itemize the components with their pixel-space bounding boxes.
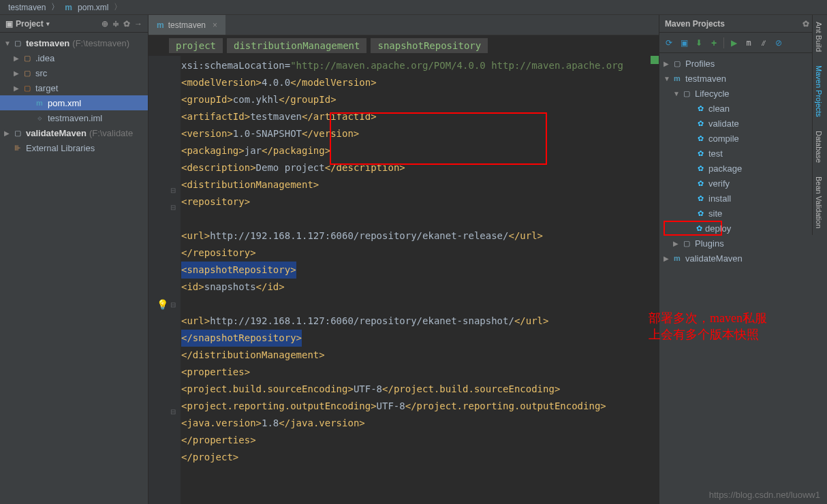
scope-project[interactable]: project [169,38,223,53]
maven-goal-package[interactable]: ✿package [659,161,827,176]
exec-icon[interactable]: m [743,37,754,48]
project-panel-title[interactable]: Project [16,19,44,29]
fold-icon[interactable]: ⊟ [170,408,176,415]
breadcrumb-chevron: 〉 [111,1,125,13]
run-icon[interactable]: ▶ [728,37,739,48]
maven-root[interactable]: ▼ m testmaven [659,71,827,86]
tree-ext-lib[interactable]: ⊪ External Libraries [0,140,148,155]
watermark: https://blog.csdn.net/luoww1 [709,490,820,500]
gear-icon[interactable]: ✿ [802,19,809,29]
maven-goal-test[interactable]: ✿test [659,146,827,161]
download-icon[interactable]: ⬇ [693,37,704,48]
tab-label: testmaven [168,20,206,30]
breadcrumb: testmaven 〉 m pom.xml 〉 [0,0,827,15]
maven-m-icon: m [157,20,164,30]
editor-area: m testmaven × project distributionManage… [149,15,659,504]
target-icon[interactable]: ⊕ [102,19,108,29]
maven-toolbar: ⟳ ▣ ⬇ + ▶ m ⫽ ⊘ [659,33,827,53]
breadcrumb-chevron: 〉 [48,1,62,13]
add-icon[interactable]: + [708,37,719,48]
offline-icon[interactable]: ⊘ [773,37,784,48]
hide-icon[interactable]: → [134,19,142,29]
inspection-icon[interactable] [651,56,659,64]
maven-plugins[interactable]: ▶ ▢ Plugins [659,236,827,251]
maven-goal-verify[interactable]: ✿verify [659,176,827,191]
side-tab-db[interactable]: Database [813,124,825,170]
project-panel-header: ▣ Project ▾ ⊕ ≑ ✿ → [0,15,148,33]
editor-tabs: m testmaven × [149,15,659,35]
breadcrumb-file[interactable]: pom.xml [75,3,111,12]
scope-dist[interactable]: distributionManagement [227,38,366,53]
tree-target[interactable]: ▶ ▢ target [0,80,148,95]
tree-validate[interactable]: ▶ ▢ validateMaven (F:\validate [0,125,148,140]
reimport-icon[interactable]: ⟳ [664,37,674,48]
project-panel: ▣ Project ▾ ⊕ ≑ ✿ → ▼ ▢ testmaven (F:\te… [0,15,149,504]
tree-iml[interactable]: ⟐ testmaven.iml [0,110,148,125]
side-tab-ant[interactable]: Ant Build [813,15,825,59]
side-tab-maven[interactable]: Maven Projects [813,59,825,124]
maven-tree: ▶ ▢ Profiles ▼ m testmaven ▼ ▢ Lifecycle… [659,53,827,268]
maven-goal-install[interactable]: ✿install [659,191,827,206]
fold-icon[interactable]: ⊟ [170,301,176,309]
tree-pom[interactable]: m pom.xml [0,95,148,110]
maven-goal-compile[interactable]: ✿compile [659,131,827,146]
generate-icon[interactable]: ▣ [678,37,689,48]
gutter: ⊟ ⊟ 💡 ⊟ ⊟ [149,56,181,504]
project-tree: ▼ ▢ testmaven (F:\testmaven) ▶ ▢ .idea ▶… [0,33,148,158]
maven-profiles[interactable]: ▶ ▢ Profiles [659,56,827,71]
bulb-icon[interactable]: 💡 [157,299,168,310]
collapse-icon[interactable]: ≑ [112,19,119,29]
gear-icon[interactable]: ✿ [123,19,130,29]
tree-root[interactable]: ▼ ▢ testmaven (F:\testmaven) [0,35,148,50]
tab-testmaven[interactable]: m testmaven × [149,15,225,35]
maven-goal-validate[interactable]: ✿validate [659,116,827,131]
maven-goal-site[interactable]: ✿site [659,206,827,221]
code-area[interactable]: ⊟ ⊟ 💡 ⊟ ⊟ xsi:schemaLocation="http://mav… [149,56,659,504]
maven-panel: Maven Projects ✿ → ⟳ ▣ ⬇ + ▶ m ⫽ ⊘ ▶ ▢ [659,15,827,504]
maven-panel-header: Maven Projects ✿ → [659,15,827,33]
maven-validate[interactable]: ▶ m validateMaven [659,251,827,266]
toggle-icon[interactable]: ⫽ [758,37,769,48]
fold-icon[interactable]: ⊟ [170,187,176,194]
maven-goal-deploy[interactable]: ✿deploy [664,221,722,236]
side-tab-bean[interactable]: Bean Validation [813,170,825,235]
breadcrumb-root[interactable]: testmaven [5,3,48,12]
scope-snap[interactable]: snapshotRepository [371,38,488,53]
tree-src[interactable]: ▶ ▢ src [0,65,148,80]
maven-lifecycle[interactable]: ▼ ▢ Lifecycle [659,86,827,101]
close-icon[interactable]: × [213,20,217,30]
maven-m-icon: m [62,3,75,12]
tree-idea[interactable]: ▶ ▢ .idea [0,50,148,65]
maven-panel-title: Maven Projects [665,19,725,29]
fold-icon[interactable]: ⊟ [170,204,176,211]
maven-goal-clean[interactable]: ✿clean [659,101,827,116]
code-content[interactable]: xsi:schemaLocation="http://maven.apache.… [181,56,659,504]
scope-bar: project distributionManagement snapshotR… [149,35,659,56]
side-tabs: Ant Build Maven Projects Database Bean V… [812,15,827,235]
